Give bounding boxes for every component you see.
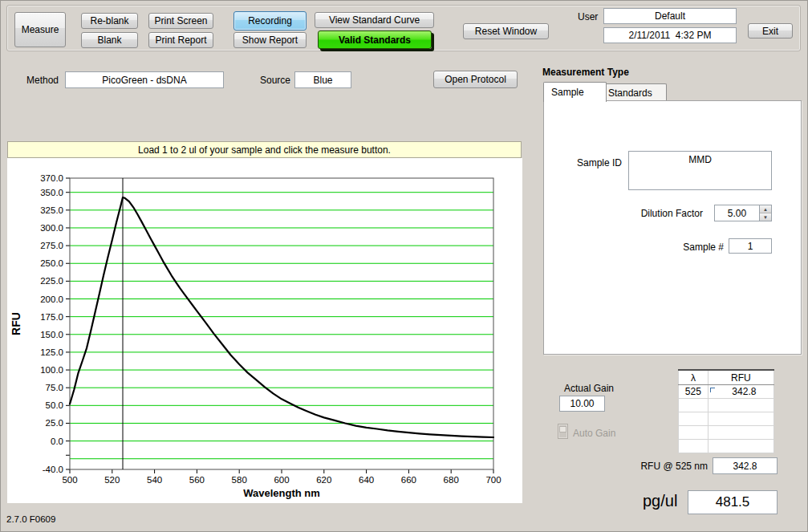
table-row [679, 399, 774, 412]
table-cell[interactable] [708, 440, 773, 453]
svg-text:540: 540 [147, 475, 162, 485]
table-row [679, 412, 774, 426]
results-table-header: RFU [708, 370, 773, 385]
print-screen-button[interactable]: Print Screen [148, 13, 213, 29]
spinner-down-icon[interactable]: ▼ [760, 213, 771, 221]
tab-sample[interactable]: Sample [543, 82, 607, 102]
show-report-button[interactable]: Show Report [233, 32, 307, 48]
actual-gain-field: 10.00 [559, 396, 605, 412]
source-field[interactable]: Blue [294, 71, 351, 88]
svg-text:125.0: 125.0 [40, 347, 63, 357]
source-label: Source [260, 75, 290, 86]
table-cell[interactable] [679, 426, 709, 440]
table-cell[interactable] [708, 426, 773, 440]
blank-button[interactable]: Blank [81, 32, 138, 48]
svg-text:275.0: 275.0 [40, 241, 63, 250]
version-label: 2.7.0 F0609 [6, 514, 55, 524]
concentration-unit-label: pg/ul [643, 492, 677, 510]
actual-gain-label: Actual Gain [564, 383, 614, 394]
datetime-field: 2/11/2011 4:32 PM [603, 27, 737, 43]
table-cell[interactable] [679, 399, 709, 412]
spectrum-chart: 370.0350.0325.0300.0275.0250.0225.0200.0… [7, 158, 522, 503]
svg-text:325.0: 325.0 [40, 205, 63, 215]
table-cell[interactable]: 342.8 [708, 385, 773, 399]
sample-tab-panel [543, 100, 802, 355]
svg-text:370.0: 370.0 [40, 173, 63, 183]
svg-text:175.0: 175.0 [40, 312, 63, 322]
sample-number-label: Sample # [640, 242, 724, 253]
svg-text:150.0: 150.0 [40, 330, 63, 339]
results-table[interactable]: λRFU525342.8 [678, 369, 774, 453]
table-cell[interactable] [708, 412, 773, 426]
svg-text:560: 560 [189, 475, 205, 485]
valid-standards-indicator: Valid Standards [318, 30, 432, 49]
rfu-at-peak-field: 342.8 [713, 457, 778, 474]
tab-standards[interactable]: Standards [600, 83, 667, 101]
svg-text:RFU: RFU [10, 312, 22, 335]
sample-id-field[interactable]: MMD [628, 151, 772, 190]
table-cell[interactable]: 525 [679, 385, 709, 399]
table-cell[interactable] [679, 440, 709, 453]
table-cell[interactable] [679, 412, 709, 426]
results-table-header: λ [679, 370, 709, 385]
measurement-type-title: Measurement Type [542, 67, 629, 78]
instruction-banner: Load 1 to 2 ul of your sample and click … [7, 141, 522, 158]
svg-text:100.0: 100.0 [40, 365, 63, 375]
method-field[interactable]: PicoGreen - dsDNA [65, 71, 224, 88]
concentration-field: 481.5 [688, 490, 778, 514]
svg-text:250.0: 250.0 [40, 258, 63, 268]
svg-text:50.0: 50.0 [46, 400, 63, 410]
svg-text:680: 680 [444, 475, 459, 485]
svg-text:300.0: 300.0 [40, 223, 63, 233]
svg-text:225.0: 225.0 [40, 276, 63, 286]
exit-button[interactable]: Exit [748, 23, 793, 39]
reblank-button[interactable]: Re-blank [81, 13, 138, 29]
open-protocol-button[interactable]: Open Protocol [433, 71, 518, 88]
dilution-factor-value[interactable]: 5.00 [715, 205, 759, 221]
reset-window-button[interactable]: Reset Window [463, 23, 549, 39]
svg-text:Wavelength nm: Wavelength nm [243, 487, 320, 499]
svg-text:500: 500 [62, 475, 77, 485]
auto-gain-label: Auto Gain [573, 428, 615, 439]
table-row: 525342.8 [679, 385, 774, 399]
rfu-at-peak-label: RFU @ 525 nm [618, 461, 708, 472]
svg-text:660: 660 [401, 475, 416, 485]
dilution-factor-label: Dilution Factor [608, 208, 703, 219]
sample-id-label: Sample ID [554, 157, 622, 169]
svg-text:700: 700 [485, 475, 501, 485]
svg-text:75.0: 75.0 [46, 383, 63, 392]
auto-gain-toggle[interactable] [558, 424, 568, 439]
measure-button[interactable]: Measure [14, 12, 66, 47]
table-cell[interactable] [708, 399, 773, 412]
svg-text:-40.0: -40.0 [43, 465, 63, 474]
svg-text:0.0: 0.0 [51, 437, 63, 446]
svg-text:580: 580 [232, 475, 247, 485]
cell-cursor-marker [710, 388, 715, 392]
view-standard-curve-button[interactable]: View Standard Curve [315, 12, 434, 28]
print-report-button[interactable]: Print Report [148, 32, 213, 48]
table-row [679, 440, 774, 453]
svg-text:600: 600 [274, 475, 289, 485]
spinner-up-icon[interactable]: ▲ [760, 205, 771, 213]
sample-number-field[interactable]: 1 [729, 238, 772, 254]
recording-button[interactable]: Recording [233, 11, 307, 30]
dilution-factor-stepper[interactable]: 5.00 ▲ ▼ [714, 205, 772, 221]
svg-text:25.0: 25.0 [46, 418, 63, 428]
svg-text:640: 640 [359, 475, 374, 485]
svg-text:520: 520 [104, 475, 120, 485]
table-row [679, 426, 774, 440]
svg-text:350.0: 350.0 [40, 188, 63, 197]
svg-text:620: 620 [316, 475, 331, 485]
svg-text:200.0: 200.0 [40, 294, 63, 304]
user-field[interactable]: Default [603, 8, 737, 24]
method-label: Method [26, 75, 59, 86]
user-label: User [578, 11, 598, 22]
